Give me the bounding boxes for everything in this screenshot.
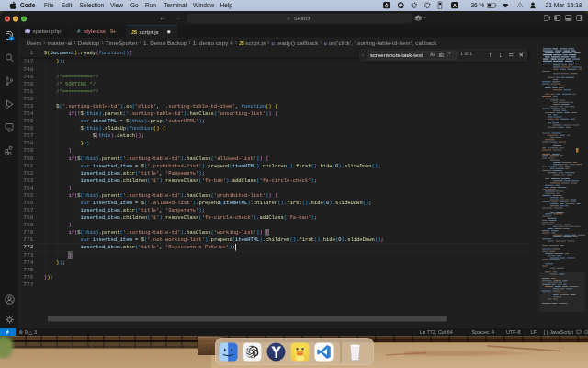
- svg-text:php: php: [26, 29, 31, 33]
- svg-text:A: A: [453, 3, 457, 8]
